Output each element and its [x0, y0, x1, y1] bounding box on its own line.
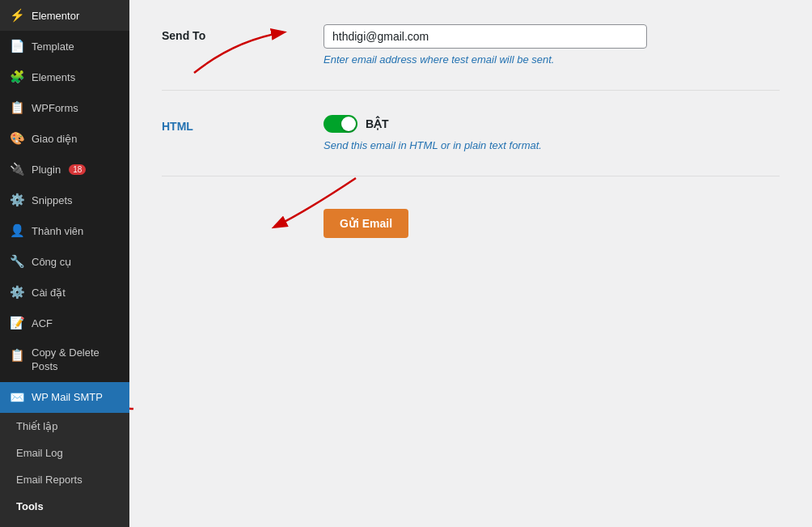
sidebar-item-label: Công cụ: [32, 256, 71, 268]
send-button-wrap: Gửi Email: [324, 201, 780, 238]
sidebar-item-template[interactable]: 📄 Template: [0, 31, 129, 62]
sidebar-submenu-thiet-lap[interactable]: Thiết lập: [0, 413, 129, 440]
html-control: BẬT Send this email in HTML or in plain …: [324, 115, 780, 151]
cong-cu-icon: 🔧: [10, 254, 25, 269]
main-content: Send To Enter email address where test e…: [129, 0, 812, 527]
send-email-button[interactable]: Gửi Email: [324, 209, 408, 238]
sidebar-submenu: Thiết lập Email Log Email Reports Tools …: [0, 413, 129, 527]
sidebar-item-label: Giao diện: [32, 133, 77, 145]
sidebar-item-plugin[interactable]: 🔌 Plugin 18: [0, 154, 129, 185]
sidebar-item-label: Thành viên: [32, 225, 83, 237]
wpforms-icon: 📋: [10, 100, 25, 115]
sidebar-item-label: Template: [32, 40, 74, 53]
send-button-spacer: [162, 201, 324, 206]
send-to-control: Enter email address where test email wil…: [324, 24, 780, 66]
wp-mail-smtp-icon: ✉️: [10, 390, 25, 405]
send-to-input[interactable]: [324, 24, 647, 49]
sidebar-submenu-email-log[interactable]: Email Log: [0, 440, 129, 466]
sidebar-item-elements[interactable]: 🧩 Elements: [0, 62, 129, 92]
sidebar-item-label: Plugin: [32, 164, 61, 176]
sidebar: ⚡ Elementor 📄 Template 🧩 Elements 📋 WPFo…: [0, 0, 129, 527]
sidebar-item-label: Elements: [32, 71, 75, 83]
plugin-badge: 18: [69, 164, 86, 175]
sidebar-item-wpforms[interactable]: 📋 WPForms: [0, 92, 129, 123]
acf-icon: 📝: [10, 316, 25, 330]
html-hint: Send this email in HTML or in plain text…: [324, 139, 780, 151]
send-to-row: Send To Enter email address where test e…: [162, 24, 780, 91]
sidebar-item-wp-mail-smtp[interactable]: ✉️ WP Mail SMTP: [0, 382, 129, 413]
send-button-row: Gửi Email: [162, 201, 780, 262]
sidebar-submenu-tools[interactable]: Tools: [0, 493, 129, 520]
html-label: HTML: [162, 115, 324, 133]
sidebar-submenu-email-reports[interactable]: Email Reports: [0, 466, 129, 493]
submenu-item-label: Tools: [16, 500, 44, 512]
plugin-icon: 🔌: [10, 162, 25, 176]
sidebar-submenu-gioi-thieu[interactable]: Giới thiệu: [0, 520, 129, 527]
submenu-item-label: Email Reports: [16, 474, 82, 486]
html-row: HTML BẬT Send this email in HTML or in p…: [162, 115, 780, 176]
sidebar-item-acf[interactable]: 📝 ACF: [0, 308, 129, 338]
submenu-item-label: Email Log: [16, 447, 63, 459]
toggle-label: BẬT: [366, 117, 389, 130]
elementor-icon: ⚡: [10, 8, 25, 23]
sidebar-item-snippets[interactable]: ⚙️ Snippets: [0, 185, 129, 215]
giao-dien-icon: 🎨: [10, 131, 25, 146]
sidebar-item-cong-cu[interactable]: 🔧 Công cụ: [0, 246, 129, 277]
sidebar-item-label: ACF: [32, 317, 53, 329]
sidebar-item-label: Snippets: [32, 194, 73, 206]
sidebar-item-elementor[interactable]: ⚡ Elementor: [0, 0, 129, 31]
thanh-vien-icon: 👤: [10, 223, 25, 238]
send-button-label: Gửi Email: [340, 217, 392, 230]
snippets-icon: ⚙️: [10, 193, 25, 207]
sidebar-item-cai-dat[interactable]: ⚙️ Cài đặt: [0, 277, 129, 308]
template-icon: 📄: [10, 39, 25, 53]
send-to-hint: Enter email address where test email wil…: [324, 53, 780, 66]
html-toggle[interactable]: [324, 115, 357, 133]
sidebar-item-label: Copy & Delete Posts: [32, 346, 120, 374]
sidebar-item-giao-dien[interactable]: 🎨 Giao diện: [0, 123, 129, 154]
sidebar-item-label: Cài đặt: [32, 287, 66, 299]
send-to-label: Send To: [162, 24, 324, 42]
submenu-item-label: Thiết lập: [16, 420, 57, 432]
copy-delete-icon: 📋: [10, 346, 25, 363]
sidebar-item-label: WPForms: [32, 102, 78, 114]
arrow-email-reports: [129, 397, 182, 461]
sidebar-item-label: Elementor: [32, 10, 79, 22]
elements-icon: 🧩: [10, 70, 25, 84]
toggle-row: BẬT: [324, 115, 780, 133]
sidebar-item-copy-delete[interactable]: 📋 Copy & Delete Posts: [0, 338, 129, 382]
sidebar-item-label: WP Mail SMTP: [32, 391, 103, 403]
cai-dat-icon: ⚙️: [10, 285, 25, 300]
sidebar-item-thanh-vien[interactable]: 👤 Thành viên: [0, 215, 129, 246]
